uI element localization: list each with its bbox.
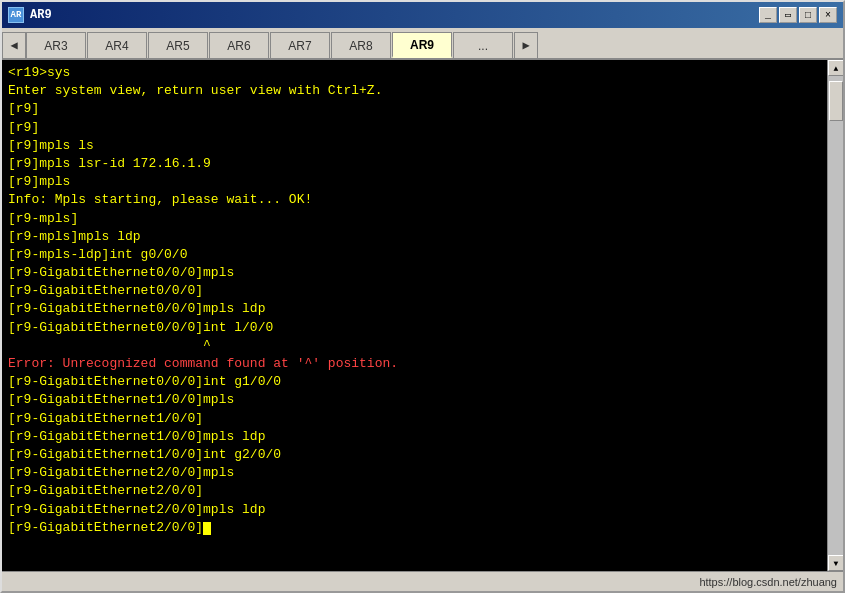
tab-scroll-left[interactable]: ◀ bbox=[2, 32, 26, 58]
tab-ar9[interactable]: AR9 bbox=[392, 32, 452, 58]
title-bar: AR AR9 _ ▭ □ × bbox=[2, 2, 843, 28]
tab-ar8[interactable]: AR8 bbox=[331, 32, 391, 58]
tab-bar: ◀ AR3 AR4 AR5 AR6 AR7 AR8 AR9 ... ▶ bbox=[2, 28, 843, 60]
scroll-up-button[interactable]: ▲ bbox=[828, 60, 843, 76]
app-icon: AR bbox=[8, 7, 24, 23]
scrollbar[interactable]: ▲ ▼ bbox=[827, 60, 843, 571]
restore-button[interactable]: ▭ bbox=[779, 7, 797, 23]
scroll-down-button[interactable]: ▼ bbox=[828, 555, 843, 571]
content-area: <r19>sys Enter system view, return user … bbox=[2, 60, 843, 571]
maximize-button[interactable]: □ bbox=[799, 7, 817, 23]
minimize-button[interactable]: _ bbox=[759, 7, 777, 23]
tab-ar6[interactable]: AR6 bbox=[209, 32, 269, 58]
title-bar-buttons: _ ▭ □ × bbox=[759, 7, 837, 23]
terminal-error-line: Error: Unrecognized command found at '^'… bbox=[8, 356, 398, 371]
tab-ar4[interactable]: AR4 bbox=[87, 32, 147, 58]
title-bar-left: AR AR9 bbox=[8, 7, 52, 23]
status-bar: https://blog.csdn.net/zhuang bbox=[2, 571, 843, 591]
close-button[interactable]: × bbox=[819, 7, 837, 23]
tab-ar7[interactable]: AR7 bbox=[270, 32, 330, 58]
terminal-line-0: <r19>sys Enter system view, return user … bbox=[8, 65, 382, 353]
tab-ar5[interactable]: AR5 bbox=[148, 32, 208, 58]
scroll-track[interactable] bbox=[828, 76, 843, 555]
terminal-cursor bbox=[203, 522, 211, 535]
window-title: AR9 bbox=[30, 8, 52, 22]
status-url: https://blog.csdn.net/zhuang bbox=[699, 576, 837, 588]
terminal-line-1: [r9-GigabitEthernet0/0/0]int g1/0/0 [r9-… bbox=[8, 374, 281, 535]
scroll-thumb[interactable] bbox=[829, 81, 843, 121]
tab-scroll-right[interactable]: ▶ bbox=[514, 32, 538, 58]
tab-more[interactable]: ... bbox=[453, 32, 513, 58]
main-window: AR AR9 _ ▭ □ × ◀ AR3 AR4 AR5 AR6 AR7 AR8… bbox=[0, 0, 845, 593]
terminal-output[interactable]: <r19>sys Enter system view, return user … bbox=[2, 60, 827, 571]
tab-ar3[interactable]: AR3 bbox=[26, 32, 86, 58]
